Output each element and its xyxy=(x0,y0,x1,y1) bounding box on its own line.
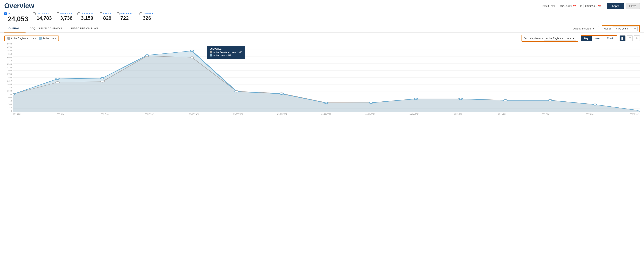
chart-area: 0250500750100012501500175020002250250027… xyxy=(0,43,644,120)
metrics-select[interactable]: Active Users ▾ xyxy=(613,26,638,31)
plan-check-row-plus_monthl_2: Plus Monthl... xyxy=(78,12,95,15)
to-label: To xyxy=(580,5,582,7)
filters-button[interactable]: Filters xyxy=(626,3,640,9)
other-dimensions-select[interactable]: Other Dimensions ▾ xyxy=(570,26,599,31)
bar-chart-button[interactable]: ▊ xyxy=(620,35,626,41)
y-axis-label: 3000 xyxy=(8,70,12,72)
page-title: Overview xyxy=(4,2,34,10)
x-axis: 09/15/202109/16/202109/17/202109/18/2021… xyxy=(13,112,640,117)
legend-swatch-active_users xyxy=(39,37,42,40)
plan-check-row-plus_monthl_1: Plus Monthl... xyxy=(33,12,52,15)
plan-checkbox-plus_annual_2[interactable] xyxy=(117,13,120,15)
plan-item-gold_mont: Gold Mont...326 xyxy=(140,12,156,21)
tab-acquisition[interactable]: ACQUISITION CAMPAIGN xyxy=(26,25,66,33)
plan-check-row-gold_mont: Gold Mont... xyxy=(140,12,156,15)
y-axis-label: 4250 xyxy=(8,53,12,55)
svg-point-46 xyxy=(459,98,462,100)
plan-filter-row: All24,053Plus Monthl...14,783Plus Annual… xyxy=(0,11,644,25)
tab-overall[interactable]: OVERALL xyxy=(4,25,26,33)
svg-point-40 xyxy=(190,50,194,52)
plan-checkbox-plus_monthl_2[interactable] xyxy=(78,13,80,15)
y-axis-label: 3500 xyxy=(8,63,12,65)
plan-item-plus_monthl_1: Plus Monthl...14,783 xyxy=(33,12,52,21)
plan-checkbox-gold_mont[interactable] xyxy=(140,13,142,15)
y-axis-label: 2750 xyxy=(8,73,12,75)
header-controls: Report From 09/15/2021 📅 To 09/29/2021 📅… xyxy=(542,3,640,10)
date-from-input[interactable]: 09/15/2021 📅 xyxy=(559,4,578,8)
svg-point-37 xyxy=(56,78,60,80)
svg-point-36 xyxy=(13,94,14,95)
other-dimensions-label: Other Dimensions xyxy=(573,27,591,30)
y-axis-label: 1750 xyxy=(8,86,12,89)
apply-button[interactable]: Apply xyxy=(607,3,624,9)
y-axis-label: 4750 xyxy=(8,46,12,48)
metrics-group: Metrics Active Users ▾ xyxy=(602,25,640,32)
y-axis-label: 750 xyxy=(8,100,12,102)
plan-value-plus_monthl_2: 3,159 xyxy=(78,15,95,21)
y-axis-label: 4500 xyxy=(8,50,12,52)
x-axis-label: 09/17/2021 xyxy=(101,113,110,115)
legend-item-active_registered: Active Registered Users xyxy=(8,37,36,40)
plan-value-gold_mont: 326 xyxy=(140,15,156,21)
svg-point-38 xyxy=(100,77,104,79)
chart-icon-buttons: ▊ ☰ ⬇ xyxy=(620,35,640,41)
y-axis-label: 500 xyxy=(8,103,12,105)
x-axis-label: 09/22/2021 xyxy=(322,113,331,115)
y-axis-label: 3250 xyxy=(8,66,12,68)
plan-label-plus_annual: Plus Annual xyxy=(60,12,72,15)
plan-label-gold_mont: Gold Mont... xyxy=(143,12,156,15)
svg-point-48 xyxy=(548,100,552,101)
plan-checkbox-all[interactable] xyxy=(4,13,7,15)
plan-checkbox-vip_plan[interactable] xyxy=(100,13,102,15)
plan-check-row-vip_plan: VIP Plan xyxy=(100,12,112,15)
plan-value-vip_plan: 829 xyxy=(100,15,112,21)
svg-point-44 xyxy=(369,102,373,103)
x-axis-label: 09/19/2021 xyxy=(189,113,199,115)
x-axis-label: 09/18/2021 xyxy=(145,113,155,115)
plan-value-all: 24,053 xyxy=(4,15,28,23)
secondary-metrics-value: Active Registered Users xyxy=(546,37,571,40)
plan-item-plus_annual: Plus Annual3,736 xyxy=(57,12,72,21)
svg-point-25 xyxy=(190,57,194,58)
calendar-from-icon: 📅 xyxy=(573,5,576,8)
plan-label-plus_monthl_1: Plus Monthl... xyxy=(36,12,50,15)
svg-point-43 xyxy=(324,102,328,104)
legend-item-active_users: Active Users xyxy=(39,37,56,40)
dwm-btn-day[interactable]: Day xyxy=(581,36,592,41)
report-from-label: Report From xyxy=(542,5,555,7)
y-axis-label: 0 xyxy=(11,110,12,112)
x-axis-label: 09/20/2021 xyxy=(233,113,243,115)
x-axis-label: 09/27/2021 xyxy=(542,113,552,115)
dwm-btn-week[interactable]: Week xyxy=(592,36,604,41)
plan-label-vip_plan: VIP Plan xyxy=(103,12,112,15)
y-axis-label: 250 xyxy=(8,106,12,109)
y-axis: 0250500750100012501500175020002250250027… xyxy=(4,43,13,112)
download-button[interactable]: ⬇ xyxy=(634,35,640,41)
y-axis-label: 1250 xyxy=(8,93,12,95)
x-axis-label: 09/28/2021 xyxy=(586,113,596,115)
x-axis-label: 09/24/2021 xyxy=(410,113,419,115)
date-to-input[interactable]: 09/29/2021 📅 xyxy=(584,4,603,8)
chart-controls-row: Active Registered UsersActive Users Seco… xyxy=(0,33,644,43)
dwm-btn-month[interactable]: Month xyxy=(604,36,617,41)
x-axis-label: 09/26/2021 xyxy=(498,113,508,115)
plan-check-row-all: All xyxy=(4,12,28,15)
secondary-metrics-chevron: ▾ xyxy=(573,37,574,40)
y-axis-label: 2500 xyxy=(8,76,12,78)
svg-point-39 xyxy=(145,55,149,56)
tabs-row: OVERALLACQUISITION CAMPAIGNSUBSCRIPTION … xyxy=(0,25,644,33)
plan-checkbox-plus_annual[interactable] xyxy=(57,13,59,15)
plan-label-plus_monthl_2: Plus Monthl... xyxy=(81,12,95,15)
y-axis-label: 2250 xyxy=(8,80,12,82)
secondary-metrics-select[interactable]: Active Registered Users ▾ xyxy=(544,36,576,41)
date-range-box: 09/15/2021 📅 To 09/29/2021 📅 xyxy=(556,3,605,10)
x-axis-label: 09/29/2021 xyxy=(630,113,640,115)
table-button[interactable]: ☰ xyxy=(627,35,633,41)
plan-checkbox-plus_monthl_1[interactable] xyxy=(33,13,36,15)
plan-value-plus_monthl_1: 14,783 xyxy=(33,15,52,21)
tab-subscription[interactable]: SUBSCRIPTION PLAN xyxy=(66,25,102,33)
svg-point-45 xyxy=(414,98,418,100)
svg-point-42 xyxy=(280,93,283,94)
metrics-chevron: ▾ xyxy=(634,27,636,30)
plan-item-all: All24,053 xyxy=(4,12,28,23)
